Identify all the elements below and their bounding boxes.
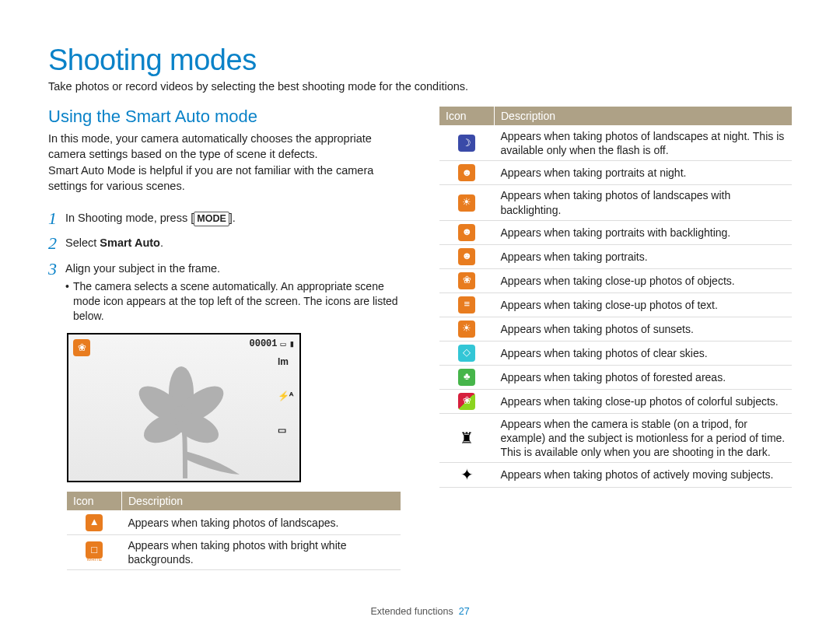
icon-description: Appears when taking portraits. — [495, 244, 793, 268]
th-desc: Description — [495, 107, 793, 126]
mode-key: MODE — [194, 212, 229, 226]
scene-icon: ❀ — [458, 272, 475, 289]
sd-icon: ▭ — [281, 338, 286, 350]
scene-icon: ☽ — [458, 135, 475, 152]
section-heading: Using the Smart Auto mode — [48, 107, 401, 127]
table-row: ☀Appears when taking photos of landscape… — [439, 185, 792, 220]
scene-icon: □ — [86, 541, 103, 559]
step-bold: Smart Auto — [100, 236, 160, 249]
icon-description: Appears when taking portraits with backl… — [495, 220, 793, 244]
flower-graphic — [107, 350, 271, 482]
scene-icon: ☀ — [458, 321, 475, 338]
icon-description: Appears when taking photos of clear skie… — [495, 341, 793, 365]
svg-point-5 — [173, 406, 189, 422]
step-3: 3 Align your subject in the frame. • The… — [48, 260, 401, 324]
th-icon: Icon — [67, 492, 122, 511]
icon-description: Appears when the camera is stable (on a … — [495, 413, 793, 463]
bullet-dot: • — [65, 279, 73, 324]
step-2: 2 Select Smart Auto. — [48, 234, 401, 253]
scene-icon: ♣ — [458, 369, 475, 386]
scene-icon: ▲ — [86, 514, 103, 531]
flash-icon: ⚡ᴬ — [278, 391, 293, 401]
bullet-text: The camera selects a scene automatically… — [73, 279, 401, 324]
icon-table-left: Icon Description ▲Appears when taking ph… — [67, 492, 401, 570]
scene-icon: ✦ — [458, 466, 475, 483]
table-row: ✦Appears when taking photos of actively … — [439, 463, 792, 487]
icon-description: Appears when taking portraits at night. — [495, 161, 793, 185]
icon-description: Appears when taking photos of forested a… — [495, 365, 793, 389]
table-row: ▲Appears when taking photos of landscape… — [67, 510, 401, 534]
step-text: In Shooting mode, press [ — [65, 212, 194, 224]
table-row: ❀Appears when taking close-up photos of … — [439, 268, 792, 292]
table-row: ♜Appears when the camera is stable (on a… — [439, 413, 792, 463]
step-text: Select — [65, 236, 100, 249]
flower-icon: ❀ — [73, 339, 90, 356]
lcd-preview: ❀ 00001 ▭ ▮ lm ⚡ᴬ ▭ — [67, 333, 301, 482]
icon-description: Appears when taking photos of actively m… — [495, 463, 793, 487]
step-number: 1 — [48, 209, 65, 228]
table-row: ≡Appears when taking close-up photos of … — [439, 292, 792, 317]
table-row: ◇Appears when taking photos of clear ski… — [439, 341, 792, 365]
step-text: Align your subject in the frame. — [65, 261, 401, 277]
icon-table-right: Icon Description ☽Appears when taking ph… — [439, 107, 792, 488]
page-footer: Extended functions 27 — [0, 606, 840, 617]
table-row: ☻Appears when taking portraits. — [439, 244, 792, 268]
table-row: □WHITEAppears when taking photos with br… — [67, 534, 401, 569]
step-number: 3 — [48, 260, 65, 278]
scene-icon: ❀ — [458, 393, 475, 410]
size-icon: lm — [278, 356, 293, 367]
table-row: ☀Appears when taking photos of sunsets. — [439, 317, 792, 341]
th-desc: Description — [122, 492, 401, 511]
battery-icon: ▮ — [289, 338, 295, 350]
scene-icon: ◇ — [458, 345, 475, 362]
step-1: 1 In Shooting mode, press [MODE]. — [48, 209, 401, 228]
table-row: ❀Appears when taking close-up photos of … — [439, 389, 792, 413]
scene-icon: ☻ — [458, 248, 475, 265]
icon-description: Appears when taking photos of landscapes… — [495, 185, 793, 220]
page-number: 27 — [459, 606, 470, 617]
icon-description: Appears when taking photos of landscapes… — [122, 510, 401, 534]
counter: 00001 — [250, 338, 278, 349]
footer-label: Extended functions — [370, 606, 453, 617]
scene-icon: ♜ — [458, 429, 475, 447]
scene-icon: ☻ — [458, 224, 475, 241]
step-text-end: ]. — [229, 212, 236, 224]
step-number: 2 — [48, 234, 65, 253]
intro-p1: In this mode, your camera automatically … — [48, 131, 401, 162]
page-title: Shooting modes — [48, 44, 792, 77]
table-row: ☻Appears when taking portraits at night. — [439, 161, 792, 185]
page-subtitle: Take photos or record videos by selectin… — [48, 80, 792, 93]
scene-icon: ☻ — [458, 164, 475, 181]
bar-icon: ▭ — [278, 425, 293, 436]
table-row: ☻Appears when taking portraits with back… — [439, 220, 792, 244]
icon-description: Appears when taking photos with bright w… — [122, 534, 401, 569]
table-row: ♣Appears when taking photos of forested … — [439, 365, 792, 389]
icon-description: Appears when taking photos of landscapes… — [495, 126, 793, 161]
icon-description: Appears when taking photos of sunsets. — [495, 317, 793, 341]
scene-icon: ≡ — [458, 296, 475, 313]
step-text-end: . — [160, 236, 163, 249]
icon-description: Appears when taking close-up photos of o… — [495, 268, 793, 292]
scene-icon: ☀ — [458, 194, 475, 212]
th-icon: Icon — [439, 107, 495, 126]
icon-description: Appears when taking close-up photos of t… — [495, 292, 793, 317]
icon-description: Appears when taking close-up photos of c… — [495, 389, 793, 413]
intro-p2: Smart Auto Mode is helpful if you are no… — [48, 163, 401, 194]
table-row: ☽Appears when taking photos of landscape… — [439, 126, 792, 161]
